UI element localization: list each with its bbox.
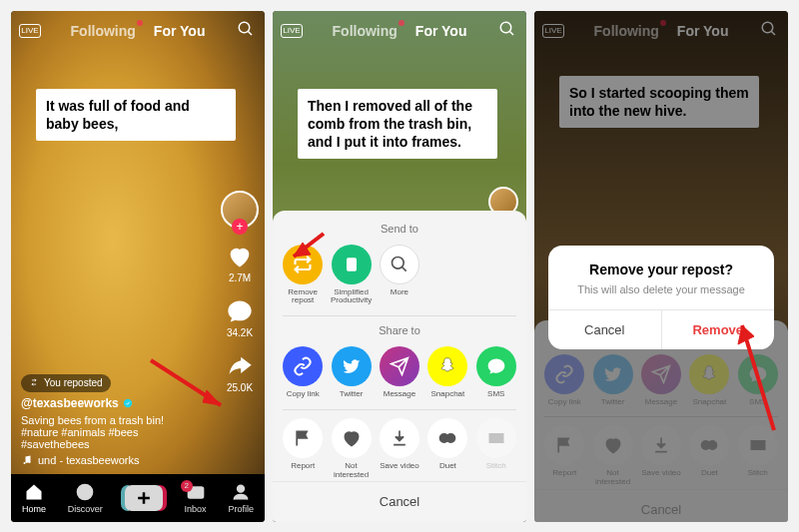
share-sms[interactable]: SMS <box>472 346 520 399</box>
like-button[interactable]: 2.7M <box>226 243 254 283</box>
tab-following[interactable]: Following <box>71 23 136 39</box>
twitter-icon <box>342 356 362 376</box>
top-header: LIVE Following For You <box>11 17 265 45</box>
notification-dot <box>399 20 404 26</box>
repost-icon <box>293 255 313 274</box>
svg-point-7 <box>238 485 245 492</box>
cancel-button[interactable]: Cancel <box>273 481 526 521</box>
svg-line-1 <box>248 31 252 35</box>
inbox-badge: 2 <box>181 480 193 492</box>
nav-inbox[interactable]: 2Inbox <box>185 482 207 514</box>
confirm-dialog: Remove your repost? This will also delet… <box>548 246 774 349</box>
svg-point-0 <box>239 22 250 33</box>
nav-home[interactable]: Home <box>22 482 46 514</box>
tab-for-you[interactable]: For You <box>154 23 206 39</box>
search-icon[interactable] <box>237 20 255 42</box>
flag-icon <box>293 428 313 448</box>
svg-point-16 <box>447 434 455 442</box>
video-caption-overlay: It was full of food and baby bees, <box>36 89 236 141</box>
nav-create[interactable] <box>125 485 163 511</box>
share-snapchat[interactable]: Snapchat <box>423 346 471 399</box>
dialog-title: Remove your repost? <box>548 246 774 283</box>
username[interactable]: @texasbeeworks <box>21 396 195 410</box>
svg-point-4 <box>29 461 31 463</box>
sms-icon <box>486 356 506 376</box>
duet-icon <box>437 428 457 448</box>
send-to-label: Send to <box>273 223 526 235</box>
share-button[interactable]: 25.0K <box>226 352 254 393</box>
dialog-message: This will also delete your message <box>548 283 774 309</box>
top-header: LIVE FollowingFor You <box>273 17 526 45</box>
svg-point-10 <box>500 22 511 33</box>
video-description: Saving bees from a trash bin! #nature #a… <box>21 414 195 450</box>
dialog-remove-button[interactable]: Remove <box>662 310 775 349</box>
share-message[interactable]: Message <box>376 346 423 399</box>
creator-avatar[interactable]: + <box>221 191 259 229</box>
live-badge[interactable]: LIVE <box>19 24 41 38</box>
action-not-interested[interactable]: Not interested <box>328 418 376 480</box>
create-icon <box>125 485 163 511</box>
screen-share-sheet: LIVE FollowingFor You Then I removed all… <box>273 11 526 522</box>
remove-repost-button[interactable]: Remove repost <box>279 245 327 306</box>
svg-rect-12 <box>347 258 357 270</box>
tab-following[interactable]: Following <box>333 23 398 39</box>
like-count: 2.7M <box>229 272 251 283</box>
comment-button[interactable]: 34.2K <box>226 297 254 338</box>
svg-line-11 <box>509 31 513 35</box>
action-report[interactable]: Report <box>279 418 327 480</box>
svg-point-3 <box>24 462 26 464</box>
tab-for-you[interactable]: For You <box>415 23 467 39</box>
stitch-icon <box>486 428 506 448</box>
download-icon <box>390 428 409 448</box>
share-to-label: Share to <box>273 324 526 336</box>
music-info[interactable]: und - texasbeeworks <box>21 454 195 466</box>
share-count: 25.0K <box>227 382 253 393</box>
reposted-badge: You reposted <box>21 374 111 392</box>
live-badge[interactable]: LIVE <box>281 24 303 38</box>
nav-discover[interactable]: Discover <box>68 482 103 514</box>
repost-icon <box>29 377 39 389</box>
share-twitter[interactable]: Twitter <box>328 346 376 399</box>
send-to-more[interactable]: More <box>376 245 423 306</box>
search-icon[interactable] <box>498 20 516 42</box>
music-note-icon <box>21 454 33 466</box>
action-stitch[interactable]: Stitch <box>472 418 520 480</box>
send-to-simplified[interactable]: Simplified Productivity <box>328 245 376 306</box>
share-copy-link[interactable]: Copy link <box>279 346 327 399</box>
screen-confirm-dialog: LIVE FollowingFor You So I started scoop… <box>534 11 788 522</box>
svg-point-2 <box>124 398 132 406</box>
screen-feed: LIVE Following For You It was full of fo… <box>11 11 265 522</box>
action-duet[interactable]: Duet <box>423 418 471 480</box>
snapchat-icon <box>437 356 457 376</box>
search-icon <box>390 255 409 274</box>
svg-point-13 <box>392 257 403 268</box>
video-info: You reposted @texasbeeworks Saving bees … <box>21 374 195 466</box>
svg-rect-18 <box>497 434 503 442</box>
svg-line-14 <box>401 266 405 270</box>
notification-dot <box>137 20 143 26</box>
action-save-video[interactable]: Save video <box>376 418 423 480</box>
svg-rect-17 <box>489 434 495 442</box>
video-caption-overlay: Then I removed all of the comb from the … <box>298 89 497 160</box>
send-icon <box>390 356 409 376</box>
verified-icon <box>123 398 133 408</box>
dialog-cancel-button[interactable]: Cancel <box>548 310 662 349</box>
comment-count: 34.2K <box>227 327 253 338</box>
link-icon <box>293 356 313 376</box>
heart-broken-icon <box>342 428 362 448</box>
action-rail: + 2.7M 34.2K 25.0K <box>221 191 259 393</box>
share-sheet: Send to Remove repost Simplified Product… <box>273 211 526 522</box>
follow-plus-icon[interactable]: + <box>232 219 248 235</box>
app-icon <box>342 255 362 274</box>
nav-profile[interactable]: Profile <box>229 482 255 514</box>
bottom-nav: Home Discover 2Inbox Profile <box>11 474 265 522</box>
